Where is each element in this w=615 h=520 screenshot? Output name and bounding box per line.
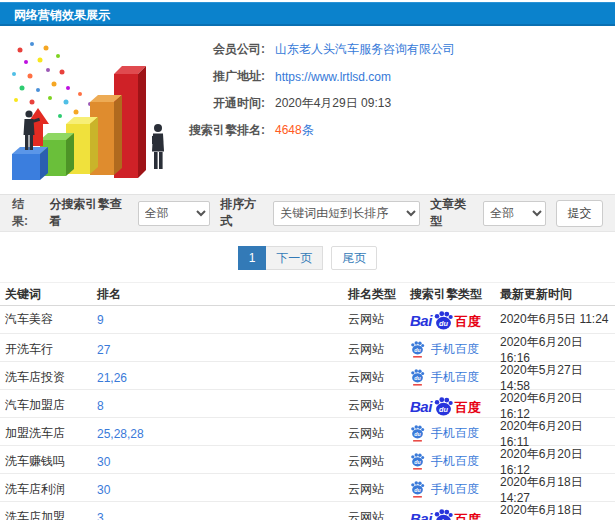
mobile-baidu-paw-icon: du	[410, 341, 425, 358]
update-time-cell: 2020年6月18日 14:27	[500, 474, 615, 505]
rank-type-cell: 云网站	[348, 397, 410, 414]
ranking-count-unit: 条	[302, 123, 314, 137]
rank-type-cell: 云网站	[348, 509, 410, 520]
member-company-link[interactable]: 山东老人头汽车服务咨询有限公司	[275, 41, 455, 58]
mobile-baidu-logo: du 手机百度	[410, 341, 479, 358]
mobile-baidu-logo: du 手机百度	[410, 453, 479, 470]
table-row: 洗车店加盟 3 云网站 Bai du 百度 du	[0, 502, 615, 520]
keyword-cell: 洗车店利润	[5, 481, 97, 498]
ranking-count-row: 搜索引擎排名: 4648条	[183, 117, 615, 144]
table-row: 开洗车行 27 云网站 Bai du 百度 du	[0, 334, 615, 362]
ranking-count-label: 搜索引擎排名:	[183, 122, 265, 139]
rank-link[interactable]: 27	[97, 343, 110, 357]
engine-cell: Bai du 百度 du 手机百度	[410, 425, 500, 442]
keyword-cell: 汽车加盟店	[5, 397, 97, 414]
rank-cell: 30	[97, 455, 348, 469]
rank-type-cell: 云网站	[348, 425, 410, 442]
baidu-logo-cn-text: 百度	[455, 401, 481, 414]
keyword-cell: 汽车美容	[5, 311, 97, 328]
article-type-label: 文章类型	[430, 196, 477, 230]
rank-link[interactable]: 30	[97, 483, 110, 497]
rank-cell: 30	[97, 483, 348, 497]
table-row: 洗车店利润 30 云网站 Bai du 百度 du	[0, 474, 615, 502]
baidu-logo-cn-text: 百度	[455, 315, 481, 328]
baidu-paw-icon: du	[433, 509, 454, 520]
mobile-baidu-paw-icon: du	[410, 481, 425, 498]
sort-select[interactable]: 关键词由短到长排序	[273, 201, 420, 226]
rank-cell: 9	[97, 313, 348, 327]
baidu-pc-logo: Bai du 百度	[410, 397, 481, 414]
rank-type-cell: 云网站	[348, 369, 410, 386]
ranking-count-value: 4648条	[275, 122, 314, 139]
baidu-logo-text: Bai	[410, 511, 432, 520]
engine-cell: Bai du 百度 du 手机百度	[410, 341, 500, 358]
mobile-baidu-label: 手机百度	[431, 453, 479, 470]
member-company-row: 会员公司: 山东老人头汽车服务咨询有限公司	[183, 36, 615, 63]
update-time-cell: 2020年6月5日 11:24	[500, 311, 615, 328]
update-time-cell: 2020年6月20日 16:11	[500, 418, 615, 449]
update-time-cell: 2020年6月20日 16:12	[500, 446, 615, 477]
header-engine-type: 搜索引擎类型	[410, 286, 500, 303]
result-label: 结果:	[12, 196, 39, 230]
mobile-baidu-logo: du 手机百度	[410, 369, 479, 386]
mobile-baidu-label: 手机百度	[431, 341, 479, 358]
rank-link[interactable]: 30	[97, 455, 110, 469]
header-rank: 排名	[97, 286, 348, 303]
table-row: 洗车店投资 21,26 云网站 Bai du 百度 du	[0, 362, 615, 390]
promo-url-link[interactable]: https://www.lrtlsd.com	[275, 70, 391, 84]
rank-link[interactable]: 8	[97, 399, 104, 413]
rank-cell: 8	[97, 399, 348, 413]
keyword-cell: 加盟洗车店	[5, 425, 97, 442]
table-row: 洗车赚钱吗 30 云网站 Bai du 百度 du	[0, 446, 615, 474]
page-1-button[interactable]: 1	[238, 246, 267, 270]
engine-cell: Bai du 百度 du 手机百度	[410, 397, 500, 414]
update-time-cell: 2020年6月20日 16:16	[500, 334, 615, 365]
baidu-logo-text: Bai	[410, 399, 432, 414]
engine-cell: Bai du 百度 du 手机百度	[410, 311, 500, 328]
article-type-select[interactable]: 全部	[483, 201, 546, 226]
table-row: 汽车美容 9 云网站 Bai du 百度 du	[0, 306, 615, 334]
engine-cell: Bai du 百度 du 手机百度	[410, 369, 500, 386]
rank-type-cell: 云网站	[348, 453, 410, 470]
pagination: 1 下一页 尾页	[0, 246, 615, 270]
baidu-paw-icon: du	[433, 397, 454, 416]
table-row: 汽车加盟店 8 云网站 Bai du 百度 du	[0, 390, 615, 418]
baidu-logo-text: Bai	[410, 313, 432, 328]
table-body: 汽车美容 9 云网站 Bai du 百度 du	[0, 306, 615, 520]
submit-button[interactable]: 提交	[556, 200, 603, 227]
rank-cell: 21,26	[97, 371, 348, 385]
engine-filter-select[interactable]: 全部	[138, 201, 211, 226]
businessman-right	[152, 124, 164, 169]
promo-url-label: 推广地址:	[183, 68, 265, 85]
rank-link[interactable]: 3	[97, 511, 104, 520]
svg-text:du: du	[414, 431, 421, 437]
header-rank-type: 排名类型	[348, 286, 410, 303]
rank-type-cell: 云网站	[348, 481, 410, 498]
svg-text:du: du	[414, 375, 421, 381]
open-time-value: 2020年4月29日 09:13	[275, 95, 391, 112]
rank-cell: 25,28,28	[97, 427, 348, 441]
svg-text:du: du	[439, 319, 448, 328]
svg-text:du: du	[414, 347, 421, 353]
title-bar: 网络营销效果展示	[0, 2, 615, 26]
mobile-baidu-label: 手机百度	[431, 481, 479, 498]
next-page-button[interactable]: 下一页	[266, 246, 323, 270]
table-row: 加盟洗车店 25,28,28 云网站 Bai du 百度 du	[0, 418, 615, 446]
promo-url-row: 推广地址: https://www.lrtlsd.com	[183, 63, 615, 90]
rank-link[interactable]: 9	[97, 313, 104, 327]
rank-cell: 27	[97, 343, 348, 357]
last-page-button[interactable]: 尾页	[331, 246, 377, 270]
engine-cell: Bai du 百度 du 手机百度	[410, 481, 500, 498]
rank-link[interactable]: 25,28,28	[97, 427, 144, 441]
member-company-label: 会员公司:	[183, 41, 265, 58]
mobile-baidu-paw-icon: du	[410, 425, 425, 442]
baidu-paw-icon: du	[433, 311, 454, 330]
open-time-label: 开通时间:	[183, 95, 265, 112]
rank-type-cell: 云网站	[348, 341, 410, 358]
update-time-cell: 2020年5月27日 14:58	[500, 362, 615, 393]
keyword-cell: 洗车店投资	[5, 369, 97, 386]
keyword-cell: 开洗车行	[5, 341, 97, 358]
rank-link[interactable]: 21,26	[97, 371, 127, 385]
engine-cell: Bai du 百度 du 手机百度	[410, 453, 500, 470]
table-header-row: 关键词 排名 排名类型 搜索引擎类型 最新更新时间	[0, 282, 615, 306]
